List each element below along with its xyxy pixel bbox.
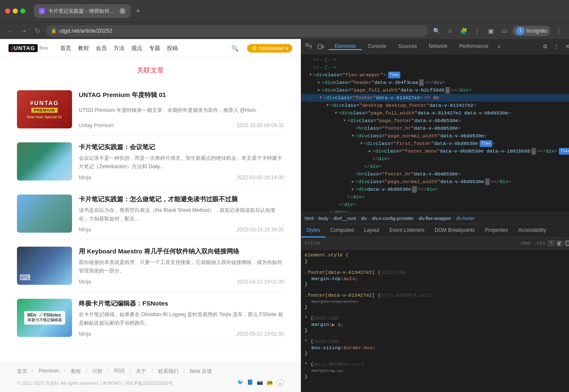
css-source-link[interactable]: 20252:3368 (380, 270, 406, 275)
social-instagram-icon[interactable]: 📷 (257, 379, 263, 387)
nav-special[interactable]: 专题 (149, 44, 160, 52)
nav-opinion[interactable]: 观点 (131, 44, 142, 52)
star-icon[interactable]: ☆ (445, 26, 455, 36)
tab-accessibility[interactable]: Accessibility (513, 224, 551, 237)
social-rss-icon[interactable]: 📻 (266, 379, 273, 387)
new-tab-button[interactable]: + (132, 5, 144, 17)
dom-line[interactable]: </div> (301, 209, 569, 212)
dom-line[interactable]: ▼ <div class="flex-wrapper" > flex (301, 71, 569, 79)
dom-tree[interactable]: <!--[--> <!--[--> ▼ <div class="flex-wra… (301, 54, 569, 212)
breadcrumb-item[interactable]: body (318, 216, 328, 221)
inspect-element-icon[interactable] (305, 42, 313, 51)
devtools-dock-icon[interactable]: ▣ (486, 26, 496, 36)
breadcrumb-item-active[interactable]: div.footer (456, 216, 475, 221)
tab-close-button[interactable]: ✕ (119, 8, 125, 14)
tab-styles[interactable]: Styles (301, 224, 325, 237)
footer-link[interactable]: 联系我们 (158, 368, 178, 375)
dom-line[interactable]: <!--[--> (301, 56, 569, 64)
footer-link[interactable]: Premium (39, 368, 59, 375)
site-search-icon[interactable]: 🔍 (231, 45, 239, 52)
social-twitter-icon[interactable]: 🐦 (237, 379, 244, 387)
list-item[interactable]: 卡片笔记实践篇：会议笔记 会议记录不是一种负担，而是一次将碎片填充、智生新观点的… (17, 136, 284, 188)
browser-tab[interactable]: U 卡片笔记实践篇：律师如何管理… ✕ (34, 4, 130, 18)
nav-submit[interactable]: 投稿 (167, 44, 178, 52)
settings-icon[interactable]: ⚙ (541, 42, 550, 51)
tab-computed[interactable]: Computed (325, 224, 359, 237)
dom-line[interactable]: ▼ <div class="page_footer" data-v-0bd853… (301, 117, 569, 125)
add-style-button[interactable]: + (548, 240, 555, 246)
nav-method[interactable]: 方法 (114, 44, 125, 52)
list-item[interactable]: #UNTAG PREMIUM New Year Special 01 UNTAG… (17, 83, 284, 136)
footer-link[interactable]: 讨群 (92, 368, 103, 375)
minimize-button[interactable] (13, 8, 18, 14)
dom-line[interactable]: ▶ <div class="footer_menu" data-v-0bd853… (301, 147, 569, 155)
footer-link[interactable]: 首页 (17, 368, 27, 375)
tab-performance[interactable]: Performance (453, 43, 494, 50)
dom-line[interactable]: </div> (301, 163, 569, 170)
dom-line[interactable]: </div> (301, 193, 569, 201)
breadcrumb-item[interactable]: div (361, 216, 367, 221)
dom-line[interactable]: ▶ <div data-v-0bd8530e … ></div> (301, 186, 569, 193)
breadcrumb-item[interactable]: div.n-config-provider (372, 216, 414, 221)
screen-icon[interactable]: ▭ (499, 26, 509, 36)
cls-filter-button[interactable]: .cls (533, 241, 546, 246)
address-box[interactable]: 🔒 utgd.net/article/20252 (46, 25, 428, 37)
tab-properties[interactable]: Properties (480, 224, 513, 237)
dom-line[interactable]: <!--[--> (301, 64, 569, 71)
tab-layout[interactable]: Layout (359, 224, 384, 237)
nav-member[interactable]: 会员 (96, 44, 107, 52)
reload-button[interactable]: ↻ (32, 26, 42, 36)
dom-line[interactable]: ▼ <div class="desktop desktop_footer" da… (301, 102, 569, 109)
css-source-link[interactable]: 20252:3368 (314, 316, 339, 321)
dom-line[interactable]: </div> (301, 155, 569, 163)
extensions-icon[interactable]: 🧩 (458, 26, 469, 36)
nav-tutorial[interactable]: 教程 (78, 44, 89, 52)
css-source-link[interactable]: entry.0bfd0fc4.css:1 (314, 362, 364, 367)
scroll-top-icon[interactable]: ▲ (276, 379, 284, 387)
breadcrumb-item[interactable]: div#__nuxt (333, 216, 356, 221)
css-source-link[interactable]: entry.0bfd0fc4.css:1 (380, 293, 431, 298)
back-button[interactable]: ← (5, 26, 15, 36)
search-icon[interactable]: 🔍 (431, 26, 441, 36)
nav-home[interactable]: 首页 (60, 44, 71, 52)
tab-dom-breakpoints[interactable]: DOM Breakpoints (430, 224, 480, 237)
user-button[interactable]: 🌟 hahasweet ▾ (247, 44, 292, 53)
maximize-button[interactable] (20, 8, 25, 14)
social-facebook-icon[interactable]: 📘 (247, 379, 253, 387)
tab-sources[interactable]: Sources (392, 43, 423, 50)
tab-network[interactable]: Network (423, 43, 453, 50)
list-item[interactable]: 卡片笔记实践篇：怎么做笔记，才能避免读书过眼不过脑 读书是自以为在，然而空白表法… (17, 188, 284, 240)
new-rule-button[interactable] (556, 240, 563, 246)
filter-input[interactable] (305, 241, 516, 246)
footer-link[interactable]: Beta 反馈 (190, 368, 212, 375)
dom-line[interactable]: ▶ <div class="header" data-v-3b4f3caa … … (301, 79, 569, 86)
footer-link[interactable]: 关于 (136, 368, 146, 375)
pseudo-filter-button[interactable]: :hov (519, 241, 531, 246)
dom-line[interactable]: <hr class="footer_hr" data-v-0bd8530e > (301, 125, 569, 132)
list-item[interactable]: ⌨ 用 Keyboard Maestro 将几乎任何软件纳入双向链接网络 双向链… (17, 240, 284, 292)
dom-line[interactable]: ▼ <div class="page_full_width" data-v-81… (301, 109, 569, 117)
tab-event-listeners[interactable]: Event Listeners (384, 224, 430, 237)
dom-line[interactable]: ▶ <div class="page_full_width" data-v-b2… (301, 86, 569, 94)
dom-line[interactable]: ▼ <div class="first_footer" data-v-0bd85… (301, 140, 569, 147)
dom-line[interactable]: ▼ <div class="page_normal_width" data-v-… (301, 132, 569, 140)
more-icon[interactable]: ⋮ (472, 26, 482, 36)
chrome-menu-icon[interactable]: ⋮ (554, 26, 564, 36)
dom-line[interactable]: <hr class="footer_hr" data-v-0bd8530e > (301, 170, 569, 178)
footer-link[interactable]: 教程 (71, 368, 81, 375)
breadcrumb-item[interactable]: html (305, 216, 314, 221)
list-item[interactable]: MDs 📝 FSNotes终极卡片笔记编辑器 终极卡片笔记编辑器：FSNotes… (17, 292, 284, 344)
more-tabs-button[interactable]: » (494, 43, 504, 50)
device-toolbar-icon[interactable] (316, 42, 325, 51)
dom-line[interactable]: </div> (301, 201, 569, 209)
profile-button[interactable]: I Incognito (513, 26, 550, 36)
devtools-more-icon[interactable]: ⋮ (552, 42, 561, 51)
dom-line[interactable]: ▶ <div class="page_normal_width" data-v-… (301, 178, 569, 186)
tab-elements[interactable]: Elements (329, 43, 362, 50)
footer-link[interactable]: RSS (114, 368, 125, 375)
devtools-close-icon[interactable]: ✕ (563, 42, 569, 51)
toggle-sidebar-button[interactable] (565, 240, 569, 246)
breadcrumb-item[interactable]: div.flex-wrapper (419, 216, 451, 221)
tab-console[interactable]: Console (362, 43, 392, 50)
dom-line-selected[interactable]: … ▼ <div class="footer" data-v-813427e2 … (301, 94, 569, 102)
